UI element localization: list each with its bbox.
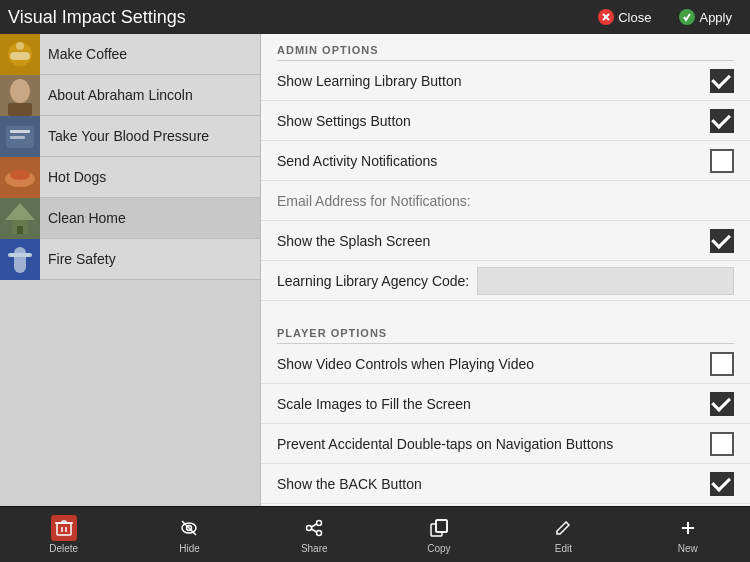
apply-label: Apply — [699, 10, 732, 25]
checkbox-show-back[interactable] — [710, 472, 734, 496]
svg-rect-22 — [8, 253, 32, 257]
email-input[interactable] — [277, 193, 734, 209]
agency-code-input[interactable] — [477, 267, 734, 295]
sidebar-thumb-make-coffee — [0, 34, 40, 75]
close-button[interactable]: Close — [588, 6, 661, 28]
toolbar-copy-button[interactable]: Copy — [416, 511, 462, 558]
sidebar-label-about-abraham: About Abraham Lincoln — [40, 87, 193, 103]
toolbar-hide-button[interactable]: Hide — [166, 511, 212, 558]
checkbox-show-video-controls[interactable] — [710, 352, 734, 376]
option-label-show-learning-library: Show Learning Library Button — [277, 73, 461, 89]
option-label-scale-images: Scale Images to Fill the Screen — [277, 396, 471, 412]
sidebar-thumb-about-abraham — [0, 75, 40, 116]
player-options: Show Video Controls when Playing VideoSc… — [261, 344, 750, 506]
email-row — [261, 181, 750, 221]
svg-point-7 — [10, 79, 30, 103]
svg-point-31 — [307, 526, 312, 531]
admin-section-header: ADMIN OPTIONS — [261, 34, 750, 60]
svg-line-33 — [312, 524, 317, 527]
pencil-icon — [550, 515, 576, 541]
share-icon — [301, 515, 327, 541]
svg-point-15 — [10, 170, 30, 180]
toolbar-hide-label: Hide — [179, 543, 200, 554]
svg-line-34 — [312, 529, 317, 532]
toolbar-delete-button[interactable]: Delete — [39, 511, 88, 558]
sidebar-thumb-clean-home — [0, 198, 40, 239]
sidebar-label-fire-safety: Fire Safety — [40, 251, 116, 267]
toolbar-share-button[interactable]: Share — [291, 511, 338, 558]
sidebar-item-hot-dogs[interactable]: Hot Dogs — [0, 157, 260, 198]
checkbox-show-learning-library[interactable] — [710, 69, 734, 93]
sidebar: Make CoffeeAbout Abraham LincolnTake You… — [0, 34, 261, 506]
svg-rect-12 — [10, 136, 25, 139]
sidebar-thumb-fire-safety — [0, 239, 40, 280]
eye-off-icon — [176, 515, 202, 541]
splash-checkbox[interactable] — [710, 229, 734, 253]
agency-code-label: Learning Library Agency Code: — [277, 273, 469, 289]
sidebar-item-make-coffee[interactable]: Make Coffee — [0, 34, 260, 75]
admin-options: Show Learning Library ButtonShow Setting… — [261, 61, 750, 181]
sidebar-item-clean-home[interactable]: Clean Home — [0, 198, 260, 239]
toolbar-copy-label: Copy — [427, 543, 450, 554]
sidebar-label-make-coffee: Make Coffee — [40, 46, 127, 62]
toolbar-delete-label: Delete — [49, 543, 78, 554]
svg-rect-8 — [8, 103, 32, 116]
copy-icon — [426, 515, 452, 541]
toolbar-share-label: Share — [301, 543, 328, 554]
checkbox-send-activity[interactable] — [710, 149, 734, 173]
sidebar-label-clean-home: Clean Home — [40, 210, 126, 226]
checkbox-prevent-double-tap[interactable] — [710, 432, 734, 456]
sidebar-thumb-blood-pressure — [0, 116, 40, 157]
toolbar-edit-label: Edit — [555, 543, 572, 554]
svg-rect-4 — [10, 52, 30, 60]
checkbox-show-settings[interactable] — [710, 109, 734, 133]
option-label-show-settings: Show Settings Button — [277, 113, 411, 129]
title-bar: Visual Impact Settings Close Apply — [0, 0, 750, 34]
sidebar-label-blood-pressure: Take Your Blood Pressure — [40, 128, 209, 144]
apply-icon — [679, 9, 695, 25]
option-row-show-video-controls[interactable]: Show Video Controls when Playing Video — [261, 344, 750, 384]
close-icon — [598, 9, 614, 25]
toolbar-edit-button[interactable]: Edit — [540, 511, 586, 558]
svg-point-5 — [16, 42, 24, 50]
splash-option-row[interactable]: Show the Splash Screen — [261, 221, 750, 261]
agency-code-row: Learning Library Agency Code: — [261, 261, 750, 301]
svg-rect-36 — [436, 520, 447, 532]
sidebar-item-fire-safety[interactable]: Fire Safety — [0, 239, 260, 280]
main-content: Make CoffeeAbout Abraham LincolnTake You… — [0, 34, 750, 506]
option-row-show-learning-library[interactable]: Show Learning Library Button — [261, 61, 750, 101]
trash-icon — [51, 515, 77, 541]
option-label-send-activity: Send Activity Notifications — [277, 153, 437, 169]
option-row-show-back[interactable]: Show the BACK Button — [261, 464, 750, 504]
option-row-scale-images[interactable]: Scale Images to Fill the Screen — [261, 384, 750, 424]
sidebar-thumb-hot-dogs — [0, 157, 40, 198]
toolbar-new-button[interactable]: New — [665, 511, 711, 558]
close-label: Close — [618, 10, 651, 25]
svg-rect-23 — [57, 523, 71, 535]
option-row-show-settings[interactable]: Show Settings Button — [261, 101, 750, 141]
splash-label: Show the Splash Screen — [277, 233, 430, 249]
option-row-prevent-double-tap[interactable]: Prevent Accidental Double-taps on Naviga… — [261, 424, 750, 464]
player-section-header: PLAYER OPTIONS — [261, 317, 750, 343]
option-row-send-activity[interactable]: Send Activity Notifications — [261, 141, 750, 181]
bottom-toolbar: DeleteHideShareCopyEditNew — [0, 506, 750, 562]
checkbox-scale-images[interactable] — [710, 392, 734, 416]
svg-point-32 — [317, 531, 322, 536]
svg-rect-21 — [14, 247, 26, 273]
sidebar-label-hot-dogs: Hot Dogs — [40, 169, 106, 185]
svg-rect-19 — [17, 226, 23, 234]
title-bar-buttons: Close Apply — [588, 6, 742, 28]
option-label-prevent-double-tap: Prevent Accidental Double-taps on Naviga… — [277, 436, 613, 452]
page-title: Visual Impact Settings — [8, 7, 186, 28]
option-label-show-video-controls: Show Video Controls when Playing Video — [277, 356, 534, 372]
apply-button[interactable]: Apply — [669, 6, 742, 28]
sidebar-item-blood-pressure[interactable]: Take Your Blood Pressure — [0, 116, 260, 157]
option-label-show-back: Show the BACK Button — [277, 476, 422, 492]
right-panel: ADMIN OPTIONS Show Learning Library Butt… — [261, 34, 750, 506]
toolbar-new-label: New — [678, 543, 698, 554]
plus-icon — [675, 515, 701, 541]
svg-rect-11 — [10, 130, 30, 133]
sidebar-item-about-abraham[interactable]: About Abraham Lincoln — [0, 75, 260, 116]
svg-point-30 — [317, 521, 322, 526]
